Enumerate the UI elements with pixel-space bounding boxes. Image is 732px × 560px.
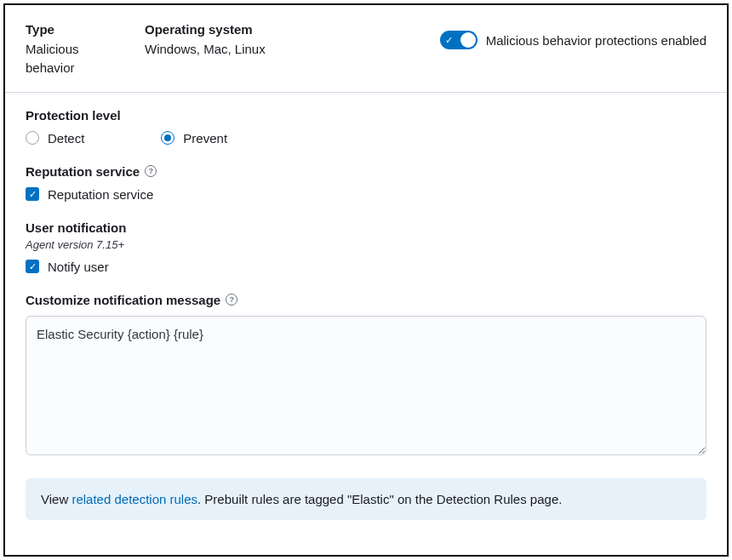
notify-user-checkbox-item[interactable]: ✓ Notify user [26, 260, 706, 274]
protection-level-radio-group: Detect Prevent [26, 131, 706, 146]
customize-message-title-text: Customize notification message [26, 293, 220, 307]
protection-toggle-group: ✓ Malicious behavior protections enabled [440, 20, 706, 49]
check-icon: ✓ [445, 34, 453, 46]
radio-prevent[interactable]: Prevent [161, 131, 227, 146]
reputation-service-title: Reputation service ? [26, 164, 706, 179]
notify-user-checkbox: ✓ [26, 260, 39, 273]
reputation-service-checkbox-label: Reputation service [48, 187, 153, 202]
radio-detect[interactable]: Detect [26, 131, 84, 146]
panel-body: Protection level Detect Prevent Reputati… [5, 93, 727, 537]
message-textarea-wrap [26, 316, 706, 458]
notify-user-checkbox-label: Notify user [48, 260, 109, 274]
toggle-label: Malicious behavior protections enabled [486, 33, 706, 48]
reputation-service-title-text: Reputation service [26, 164, 140, 179]
type-column: Type Malicious behavior [26, 20, 111, 78]
radio-input-detect [26, 131, 39, 145]
os-column: Operating system Windows, Mac, Linux [145, 20, 266, 59]
callout-prefix: View [41, 492, 71, 506]
radio-label-detect: Detect [48, 131, 84, 146]
protection-level-title: Protection level [26, 108, 706, 123]
reputation-service-checkbox: ✓ [26, 187, 39, 201]
user-notification-subtitle: Agent version 7.15+ [26, 238, 706, 251]
protection-toggle[interactable]: ✓ [440, 31, 478, 49]
help-icon[interactable]: ? [145, 165, 157, 177]
radio-input-prevent [161, 131, 174, 145]
toggle-knob [460, 32, 476, 48]
customize-message-title: Customize notification message ? [26, 293, 706, 307]
panel-header: Type Malicious behavior Operating system… [5, 5, 727, 93]
related-detection-rules-link[interactable]: related detection rules [71, 492, 197, 506]
callout-suffix: . Prebuilt rules are tagged "Elastic" on… [197, 492, 562, 506]
detection-rules-callout: View related detection rules. Prebuilt r… [26, 478, 706, 520]
os-label: Operating system [145, 20, 266, 40]
type-value: Malicious behavior [26, 40, 111, 78]
os-value: Windows, Mac, Linux [145, 40, 266, 60]
type-label: Type [26, 20, 111, 40]
user-notification-title: User notification [26, 220, 706, 235]
protection-panel: Type Malicious behavior Operating system… [3, 3, 729, 557]
notification-message-input[interactable] [26, 316, 706, 455]
reputation-service-checkbox-item[interactable]: ✓ Reputation service [26, 187, 706, 202]
radio-label-prevent: Prevent [183, 131, 227, 146]
help-icon[interactable]: ? [226, 294, 237, 306]
